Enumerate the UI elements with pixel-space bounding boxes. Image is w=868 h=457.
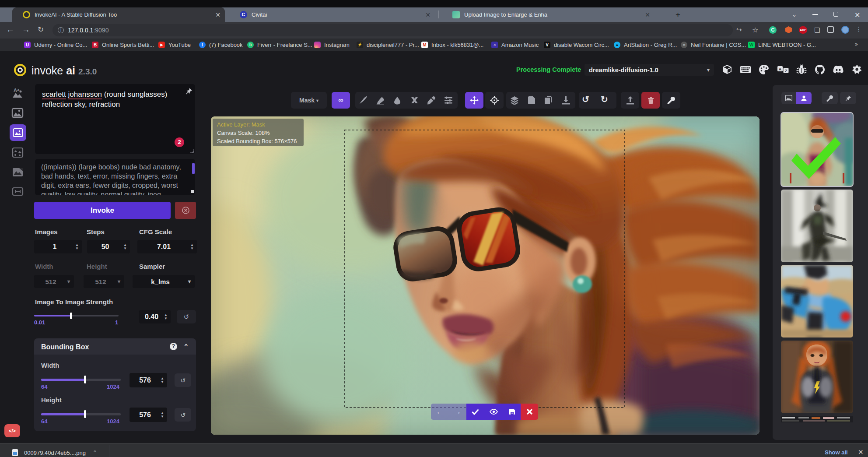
svg-text:A: A [779, 67, 782, 71]
svg-text:A: A [14, 88, 17, 93]
svg-text:Z: Z [785, 69, 788, 73]
svg-text:A: A [17, 88, 20, 92]
